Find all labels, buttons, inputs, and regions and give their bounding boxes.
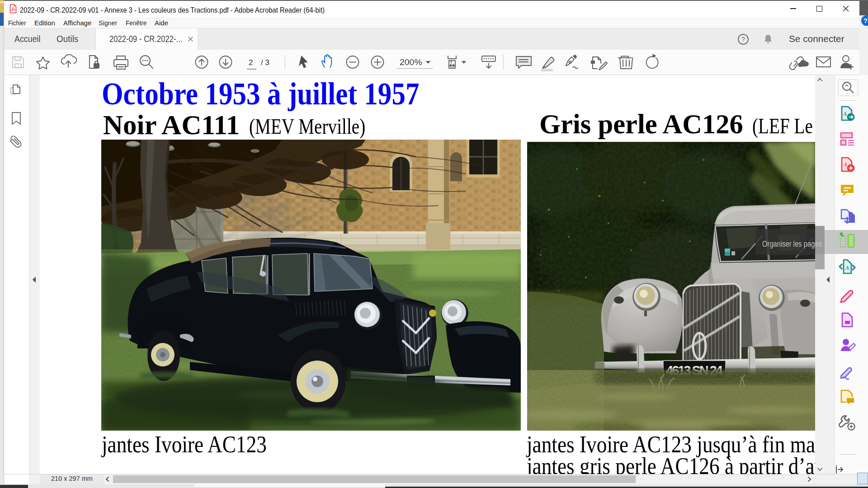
svg-text:A: A bbox=[845, 265, 849, 271]
svg-text:A: A bbox=[843, 111, 847, 117]
svg-text:A: A bbox=[843, 161, 847, 168]
svg-text:?: ? bbox=[741, 36, 745, 43]
